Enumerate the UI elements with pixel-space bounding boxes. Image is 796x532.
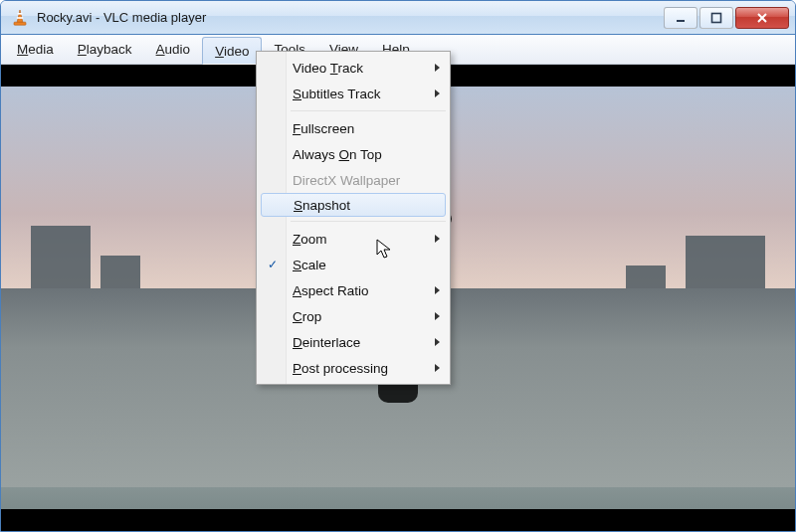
check-icon: ✓ (268, 258, 278, 271)
menu-item-label: Video Track (293, 61, 363, 76)
submenu-arrow-icon (435, 364, 440, 372)
menu-item-label: Fullscreen (293, 121, 354, 136)
titlebar[interactable]: Rocky.avi - VLC media player (1, 1, 795, 35)
svg-rect-3 (677, 20, 685, 22)
menu-item-label: Aspect Ratio (293, 283, 369, 298)
video-menu-directx-wallpaper: DirectX Wallpaper (259, 167, 448, 193)
cursor-icon (376, 239, 394, 265)
window-title: Rocky.avi - VLC media player (37, 10, 206, 25)
menu-item-label: Scale (293, 258, 326, 272)
submenu-arrow-icon (435, 338, 440, 346)
submenu-arrow-icon (435, 286, 440, 294)
menu-item-label: DirectX Wallpaper (293, 173, 400, 188)
video-menu-deinterlace[interactable]: Deinterlace (259, 329, 448, 355)
menu-item-label: Zoom (293, 232, 327, 247)
submenu-arrow-icon (435, 89, 440, 97)
submenu-arrow-icon (435, 235, 440, 243)
menu-item-label: Always On Top (293, 147, 382, 162)
video-menu-crop[interactable]: Crop (259, 303, 448, 329)
svg-rect-0 (18, 13, 23, 15)
menu-media[interactable]: Media (5, 35, 66, 64)
submenu-arrow-icon (435, 312, 440, 320)
menu-item-label: Post processing (293, 361, 388, 376)
menu-playback[interactable]: Playback (66, 35, 144, 64)
video-menu-zoom[interactable]: Zoom (259, 226, 448, 252)
menu-item-label: Snapshot (294, 198, 350, 213)
close-button[interactable] (735, 7, 789, 29)
maximize-button[interactable] (699, 7, 733, 29)
svg-rect-4 (712, 13, 721, 22)
menu-video[interactable]: Video (202, 37, 262, 65)
video-menu-post-processing[interactable]: Post processing (259, 355, 448, 381)
vlc-cone-icon (11, 9, 29, 27)
video-menu-scale[interactable]: ✓Scale (259, 252, 448, 277)
video-menu-subtitles-track[interactable]: Subtitles Track (259, 81, 448, 106)
menu-item-label: Subtitles Track (293, 87, 381, 101)
video-menu-snapshot[interactable]: Snapshot (261, 193, 446, 217)
video-menu-video-track[interactable]: Video Track (259, 55, 448, 81)
menu-separator (291, 221, 446, 222)
menu-audio[interactable]: Audio (144, 35, 203, 64)
window-controls (664, 7, 789, 29)
video-menu-fullscreen[interactable]: Fullscreen (259, 115, 448, 141)
video-menu-dropdown: Video TrackSubtitles TrackFullscreenAlwa… (256, 51, 451, 385)
video-menu-always-on-top[interactable]: Always On Top (259, 141, 448, 167)
submenu-arrow-icon (435, 64, 440, 72)
minimize-button[interactable] (664, 7, 697, 29)
svg-rect-1 (17, 17, 23, 19)
svg-rect-2 (14, 22, 26, 25)
menu-separator (291, 110, 446, 111)
menu-item-label: Crop (293, 309, 321, 324)
video-menu-aspect-ratio[interactable]: Aspect Ratio (259, 277, 448, 303)
menu-item-label: Deinterlace (293, 335, 360, 350)
